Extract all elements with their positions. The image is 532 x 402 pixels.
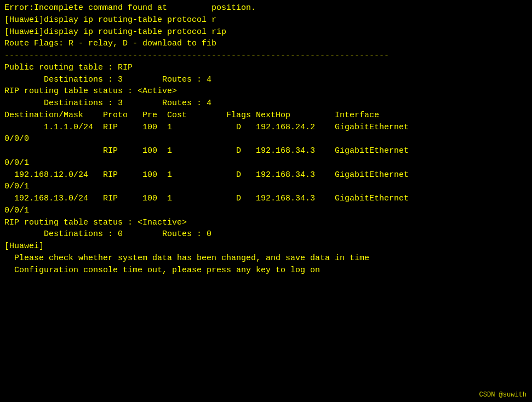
terminal-line: [Huawei]display ip routing-table protoco…	[4, 26, 528, 38]
terminal-line: RIP 100 1 D 192.168.34.3 GigabitEthernet	[4, 145, 528, 157]
terminal-line: 0/0/1	[4, 181, 528, 193]
terminal-line: 1.1.1.0/24 RIP 100 1 D 192.168.24.2 Giga…	[4, 122, 528, 134]
terminal-line: ----------------------------------------…	[4, 50, 528, 62]
terminal-window[interactable]: Error:Incomplete command found at positi…	[0, 0, 532, 402]
terminal-line: 192.168.12.0/24 RIP 100 1 D 192.168.34.3…	[4, 169, 528, 181]
terminal-line: Destination/Mask Proto Pre Cost Flags Ne…	[4, 110, 528, 122]
terminal-line: 192.168.13.0/24 RIP 100 1 D 192.168.34.3…	[4, 193, 528, 205]
terminal-line: Error:Incomplete command found at positi…	[4, 2, 528, 14]
watermark: CSDN @suwith	[479, 391, 527, 399]
terminal-line: 0/0/1	[4, 205, 528, 217]
terminal-line: Route Flags: R - relay, D - download to …	[4, 38, 528, 50]
terminal-line: Please check whether system data has bee…	[4, 252, 528, 265]
terminal-line: RIP routing table status : <Active>	[4, 85, 528, 97]
terminal-line: [Huawei]	[4, 240, 528, 252]
terminal-output: Error:Incomplete command found at positi…	[4, 2, 528, 276]
terminal-line: 0/0/0	[4, 133, 528, 145]
terminal-line: [Huawei]display ip routing-table protoco…	[4, 14, 528, 26]
terminal-line: RIP routing table status : <Inactive>	[4, 217, 528, 229]
terminal-line: Destinations : 3 Routes : 4	[4, 74, 528, 86]
terminal-line: Destinations : 3 Routes : 4	[4, 97, 528, 110]
terminal-line: Public routing table : RIP	[4, 62, 528, 74]
terminal-line: 0/0/1	[4, 157, 528, 169]
terminal-line: Configuration console time out, please p…	[4, 265, 528, 277]
terminal-line: Destinations : 0 Routes : 0	[4, 228, 528, 240]
